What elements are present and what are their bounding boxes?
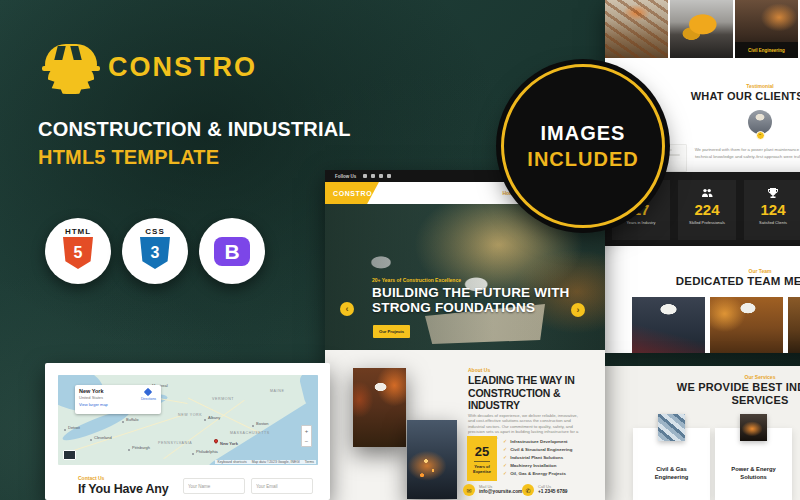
map-label: New York bbox=[220, 441, 238, 446]
mail-value[interactable]: info@yoursite.com bbox=[479, 489, 522, 494]
check-icon: ✓ bbox=[503, 446, 507, 452]
services-title: WE PROVIDE BEST INDUSTRY SERVICES bbox=[605, 381, 800, 407]
badge-line2: INCLUDED bbox=[527, 148, 638, 171]
brand-name: CONSTRO bbox=[108, 52, 257, 83]
map-label: Pittsburgh bbox=[132, 445, 150, 450]
right-preview-column: Civil Engineering Testimonial WHAT OUR C… bbox=[605, 0, 800, 500]
view-larger-map-link[interactable]: View larger map bbox=[79, 402, 157, 407]
service-thumb bbox=[740, 414, 767, 441]
stat-card: 224 Skilled Professionals bbox=[678, 180, 736, 240]
zoom-in-button[interactable]: + bbox=[305, 428, 309, 434]
map-label: VERMONT bbox=[212, 397, 234, 401]
team-preview: Our Team DEDICATED TEAM MEMBERS bbox=[605, 246, 800, 353]
preview-nav-logo[interactable]: CONSTRO bbox=[325, 182, 379, 204]
stat-card: 124 Satisfied Clients bbox=[744, 180, 800, 240]
project-photo-1 bbox=[605, 0, 668, 58]
hero-photo: 20+ Years of Construction Excellence BUI… bbox=[325, 204, 605, 350]
years-of-expertise-box: 25 Years of Expertise bbox=[467, 436, 497, 481]
years-label: Years of Expertise bbox=[467, 464, 497, 474]
stat-label: Years in Industry bbox=[627, 220, 656, 225]
zoom-out-button[interactable]: − bbox=[305, 438, 309, 444]
map-info-card: New York United States View larger map D… bbox=[75, 385, 161, 414]
map-attribution: Keyboard shortcuts Map data ©2023 Google… bbox=[215, 460, 316, 464]
email-input[interactable] bbox=[251, 478, 313, 494]
map-label: Buffalo bbox=[126, 417, 138, 422]
services-preview: Our Services WE PROVIDE BEST INDUSTRY SE… bbox=[605, 366, 800, 500]
html5-badge: HTML 5 bbox=[45, 218, 111, 284]
map-label: MAINE bbox=[270, 389, 284, 393]
facebook-icon[interactable] bbox=[363, 174, 367, 178]
mail-icon: ✉ bbox=[463, 484, 475, 496]
hero-kicker: 20+ Years of Construction Excellence bbox=[372, 277, 461, 283]
about-section: About Us LEADING THE WAY IN CONSTRUCTION… bbox=[325, 350, 605, 500]
checklist-item: ✓Infrastructure Development bbox=[503, 437, 572, 445]
hero-cta-button[interactable]: Our Projects bbox=[373, 325, 410, 338]
brand-logo bbox=[42, 40, 100, 98]
team-member-photo bbox=[632, 297, 705, 353]
about-photo-1 bbox=[353, 368, 406, 447]
images-included-badge: IMAGES INCLUDED bbox=[501, 64, 665, 228]
services-kicker: Our Services bbox=[605, 374, 800, 380]
stat-label: Skilled Professionals bbox=[689, 220, 725, 225]
trophy-icon bbox=[767, 187, 779, 199]
template-title-line2: HTML5 TEMPLATE bbox=[38, 146, 219, 169]
terms-link[interactable]: Terms bbox=[305, 460, 314, 464]
template-title-line1: CONSTRUCTION & INDUSTRIAL bbox=[38, 118, 351, 141]
stat-value: 224 bbox=[694, 202, 719, 217]
contact-title: If You Have Any bbox=[78, 482, 169, 496]
team-member-photo bbox=[710, 297, 783, 353]
about-photo-2 bbox=[407, 420, 457, 499]
team-kicker: Our Team bbox=[605, 268, 800, 274]
check-icon: ✓ bbox=[503, 438, 507, 444]
directions-button[interactable]: Directions bbox=[141, 389, 156, 401]
map-label: Cleveland bbox=[94, 435, 112, 440]
check-icon: ✓ bbox=[503, 462, 507, 468]
hero-title: BUILDING THE FUTURE WITH STRONG FOUNDATI… bbox=[372, 285, 570, 315]
map-pin[interactable] bbox=[213, 438, 219, 444]
project-photo-3: Civil Engineering bbox=[735, 0, 798, 58]
follow-us-label: Follow Us bbox=[335, 174, 356, 179]
stat-label: Satisfied Clients bbox=[759, 220, 787, 225]
check-icon: ✓ bbox=[503, 470, 507, 476]
call-value[interactable]: +1 2345 6789 bbox=[538, 489, 567, 494]
map-label: PENNSYLVANIA bbox=[158, 441, 192, 445]
badge-line1: IMAGES bbox=[541, 122, 626, 145]
html5-icon: 5 bbox=[63, 237, 93, 269]
project-caption: Civil Engineering bbox=[735, 42, 798, 58]
bootstrap-badge: B bbox=[199, 218, 265, 284]
map-label: Detroit bbox=[68, 425, 80, 430]
map-label: NEW YORK bbox=[178, 413, 202, 417]
map-zoom-control: + − bbox=[301, 425, 312, 447]
instagram-icon[interactable] bbox=[387, 174, 391, 178]
map-layer-toggle[interactable] bbox=[63, 450, 76, 460]
about-kicker: About Us bbox=[468, 367, 490, 373]
carousel-next-button[interactable]: › bbox=[571, 303, 585, 317]
stat-value: 124 bbox=[760, 202, 785, 217]
about-title: LEADING THE WAY IN CONSTRUCTION & INDUST… bbox=[468, 374, 575, 412]
template-promo-canvas: CONSTRO CONSTRUCTION & INDUSTRIAL HTML5 … bbox=[0, 0, 800, 500]
checklist-item: ✓Industrial Plant Solutions bbox=[503, 453, 572, 461]
phone-icon: ✆ bbox=[522, 484, 534, 496]
name-input[interactable] bbox=[183, 478, 245, 494]
checklist-item: ✓Oil, Gas & Energy Projects bbox=[503, 469, 572, 477]
google-map[interactable]: Ottawa Montreal MAINE Toronto Buffalo NE… bbox=[58, 375, 318, 465]
map-label: Boston bbox=[256, 421, 268, 426]
bootstrap-icon: B bbox=[214, 237, 250, 266]
checklist-item: ✓Civil & Structural Engineering bbox=[503, 445, 572, 453]
carousel-prev-button[interactable]: ‹ bbox=[340, 302, 354, 316]
linkedin-icon[interactable] bbox=[379, 174, 383, 178]
html5-label: HTML bbox=[65, 227, 91, 236]
contact-kicker: Contact Us bbox=[78, 475, 104, 481]
checklist-item: ✓Machinery Installation bbox=[503, 461, 572, 469]
team-title: DEDICATED TEAM MEMBERS bbox=[605, 275, 800, 287]
team-member-photo bbox=[788, 297, 800, 353]
project-photo-2 bbox=[670, 0, 733, 58]
x-icon[interactable] bbox=[371, 174, 375, 178]
directions-icon bbox=[144, 388, 152, 396]
map-label: Philadelphia bbox=[196, 449, 218, 454]
team-icon bbox=[701, 187, 713, 199]
about-checklist: ✓Infrastructure Development ✓Civil & Str… bbox=[503, 437, 572, 477]
keyboard-shortcuts-link[interactable]: Keyboard shortcuts bbox=[217, 460, 246, 464]
service-thumb bbox=[658, 414, 685, 441]
css3-label: CSS bbox=[145, 227, 164, 236]
